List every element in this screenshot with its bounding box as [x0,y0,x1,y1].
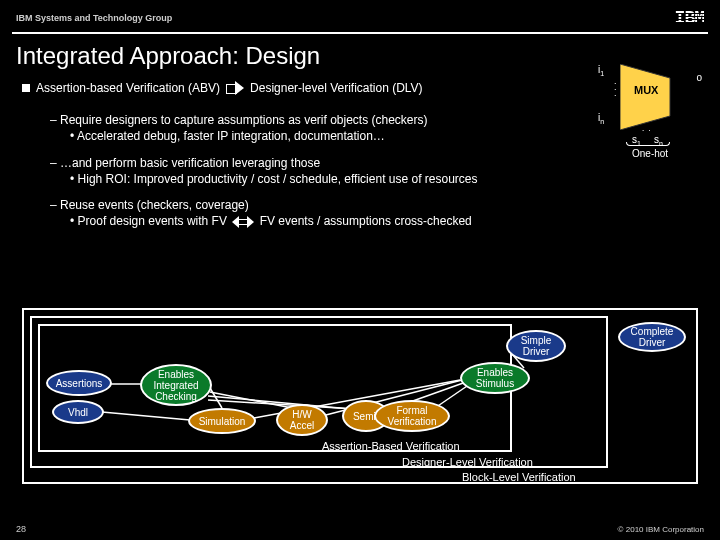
arrow-right-icon [226,82,244,94]
dlv-text: Designer-level Verification (DLV) [250,80,423,96]
oval-simple-driver: Simple Driver [506,330,566,362]
reuse-l2a: Proof design events with FV [70,214,227,228]
mux-label: MUX [634,84,658,96]
oval-hw-accel: H/W Accel [276,404,328,436]
mux-shape [620,64,680,130]
oval-stimulus: Enables Stimulus [460,362,530,394]
brace-icon [626,142,670,146]
oval-assertions: Assertions [46,370,112,396]
mux-i1: i1 [598,64,604,77]
svg-marker-0 [620,64,670,130]
oval-vhdl: Vhdl [52,400,104,424]
page-number: 28 [16,524,26,534]
dots-vertical-icon: ··· [614,80,617,98]
square-bullet-icon [22,84,30,92]
mux-in: in [598,112,604,125]
double-arrow-icon [232,216,254,228]
mux-o: o [696,72,702,83]
label-abv: Assertion-Based Verification [322,440,460,452]
oval-formal: Formal Verification [374,400,450,432]
layers-diagram: Assertions Vhdl Enables Integrated Check… [22,308,698,504]
reuse-l2b: FV events / assumptions cross-checked [260,214,472,228]
mux-diagram: MUX i1 ··· in o s1 · · sn One-hot [592,64,702,174]
oval-simulation: Simulation [188,408,256,434]
oval-checking: Enables Integrated Checking [140,364,212,406]
copyright: © 2010 IBM Corporation [618,525,704,534]
reuse-line2: Proof design events with FV FV events / … [70,213,698,229]
label-dlv: Designer-Level Verification [402,456,533,468]
header-group: IBM Systems and Technology Group [16,13,172,23]
ibm-logo: IBM [675,8,704,28]
dots-horizontal-icon: · · [642,126,652,135]
mux-onehot: One-hot [632,148,668,159]
reuse-line1: Reuse events (checkers, coverage) [50,197,698,213]
oval-complete-driver: Complete Driver [618,322,686,352]
abv-text: Assertion-based Verification (ABV) [36,80,220,96]
label-blv: Block-Level Verification [462,471,576,483]
